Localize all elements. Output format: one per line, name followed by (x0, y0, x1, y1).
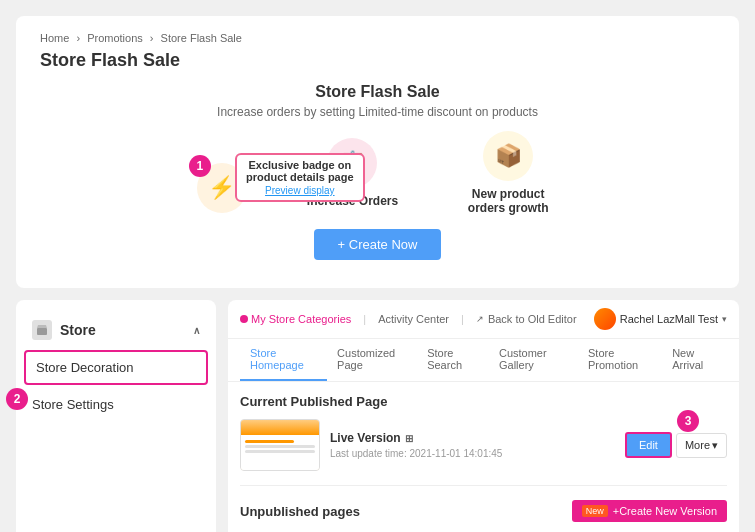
dot-icon (240, 315, 248, 323)
step-2-badge: 2 (6, 388, 28, 410)
sidebar-item-store-settings[interactable]: Store Settings (16, 387, 216, 422)
right-panel: My Store Categories | Activity Center | … (228, 300, 739, 532)
feature-icon-3: 📦 (483, 131, 533, 181)
page-update-time-published: Last update time: 2021-11-01 14:01:45 (330, 448, 615, 459)
edit-button-published[interactable]: Edit (625, 432, 672, 458)
store-icon (32, 320, 52, 340)
page-title-published: Live Version ⊞ (330, 431, 615, 445)
page-title: Store Flash Sale (40, 50, 715, 71)
panel-content: Current Published Page (228, 382, 739, 532)
tab-customized-page[interactable]: Customized Page (327, 339, 417, 381)
feature-label-3: New product orders growth (458, 187, 558, 215)
svg-rect-0 (37, 328, 47, 335)
create-now-button[interactable]: + Create Now (314, 229, 442, 260)
page-thumbnail-published (240, 419, 320, 471)
tabs-row: Store Homepage Customized Page Store Sea… (228, 339, 739, 382)
tab-customer-gallery[interactable]: Customer Gallery (489, 339, 578, 381)
published-page-card: Live Version ⊞ Last update time: 2021-11… (240, 419, 727, 486)
step-1-badge: 1 (189, 155, 211, 177)
new-badge: New (582, 505, 608, 517)
step-3-badge: 3 (677, 410, 699, 432)
top-nav: My Store Categories | Activity Center | … (228, 300, 739, 339)
external-link-icon: ↗ (476, 314, 484, 324)
nav-back-to-old-editor[interactable]: ↗ Back to Old Editor (476, 313, 577, 325)
tab-store-homepage[interactable]: Store Homepage (240, 339, 327, 381)
tab-new-arrival[interactable]: New Arrival (662, 339, 727, 381)
sidebar-item-store-decoration[interactable]: Store Decoration (24, 350, 208, 385)
bottom-section: 2 Store ∧ Store Decoration Store S (16, 300, 739, 532)
feature-item-1: 1 Exclusive badge onproduct details page… (197, 163, 247, 213)
unpublished-section-heading: Unpublished pages (240, 504, 360, 519)
create-new-version-button[interactable]: New +Create New Version (572, 500, 727, 522)
tab-store-search[interactable]: Store Search (417, 339, 489, 381)
user-name: Rachel LazMall Test (620, 313, 718, 325)
sidebar-store-label: Store (60, 322, 96, 338)
tab-store-promotion[interactable]: Store Promotion (578, 339, 662, 381)
grid-icon: ⊞ (405, 433, 413, 444)
nav-my-store-categories[interactable]: My Store Categories (240, 313, 351, 325)
page-actions-published: 3 Edit More ▾ (625, 432, 727, 458)
banner-title: Store Flash Sale (40, 83, 715, 101)
sidebar-header: Store ∧ (16, 312, 216, 348)
top-nav-left: My Store Categories | Activity Center | … (240, 313, 577, 325)
feature-items: 1 Exclusive badge onproduct details page… (40, 131, 715, 215)
banner-subtitle: Increase orders by setting Limited-time … (40, 105, 715, 119)
tooltip-badge: Exclusive badge onproduct details page P… (235, 153, 365, 202)
chevron-down-icon-more: ▾ (712, 439, 718, 452)
more-button-published[interactable]: More ▾ (676, 433, 727, 458)
banner-content: Store Flash Sale Increase orders by sett… (40, 83, 715, 260)
top-nav-right: Rachel LazMall Test ▾ (594, 308, 727, 330)
chevron-down-icon: ▾ (722, 314, 727, 324)
feature-item-3: 📦 New product orders growth (458, 131, 558, 215)
breadcrumb: Home › Promotions › Store Flash Sale (40, 32, 715, 44)
flash-sale-panel: Home › Promotions › Store Flash Sale Sto… (16, 16, 739, 288)
unpublished-header: Unpublished pages New +Create New Versio… (240, 500, 727, 522)
page-info-published: Live Version ⊞ Last update time: 2021-11… (330, 431, 615, 459)
left-sidebar: 2 Store ∧ Store Decoration Store S (16, 300, 216, 532)
avatar (594, 308, 616, 330)
published-section-heading: Current Published Page (240, 394, 727, 409)
chevron-up-icon: ∧ (193, 325, 200, 336)
preview-link[interactable]: Preview display (245, 185, 355, 196)
nav-activity-center[interactable]: Activity Center (378, 313, 449, 325)
